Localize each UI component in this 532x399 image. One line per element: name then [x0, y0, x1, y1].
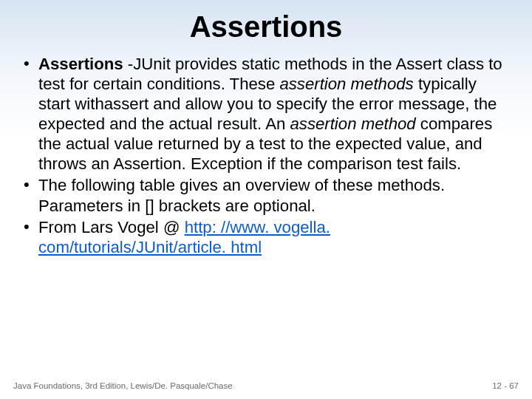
- text-run: assertion methods: [279, 75, 413, 93]
- bullet-list: Assertions -JUnit provides static method…: [21, 54, 511, 257]
- content-area: Assertions -JUnit provides static method…: [0, 54, 532, 257]
- text-run: Assertions: [38, 55, 123, 73]
- text-run: The following table gives an overview of…: [38, 176, 445, 214]
- footer-page-number: 12 - 67: [492, 381, 519, 390]
- slide: Assertions Assertions -JUnit provides st…: [0, 0, 532, 399]
- footer-left: Java Foundations, 3rd Edition, Lewis/De.…: [13, 381, 233, 390]
- text-run: From Lars Vogel @: [38, 218, 185, 236]
- text-run: -JUnit provides static methods in the: [123, 55, 396, 73]
- list-item: From Lars Vogel @ http: //www. vogella. …: [21, 217, 511, 257]
- list-item: The following table gives an overview of…: [21, 175, 511, 215]
- list-item: Assertions -JUnit provides static method…: [21, 54, 511, 174]
- page-title: Assertions: [0, 0, 532, 48]
- text-run: assertion method: [290, 115, 415, 133]
